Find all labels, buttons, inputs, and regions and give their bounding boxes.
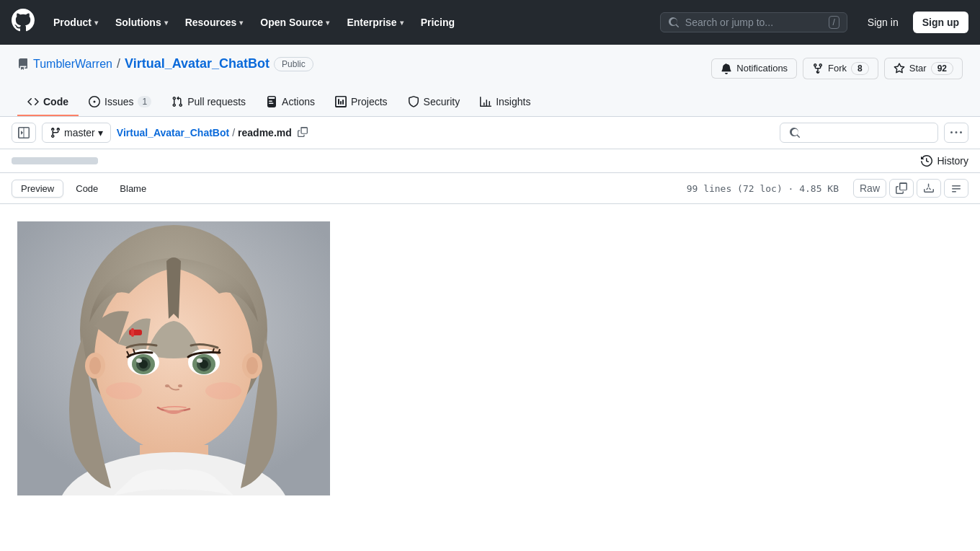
- tab-security[interactable]: Security: [398, 89, 471, 116]
- tab-code[interactable]: Code: [17, 89, 79, 116]
- svg-point-21: [197, 358, 202, 363]
- search-shortcut: /: [829, 16, 839, 29]
- solutions-chevron-icon: ▾: [164, 19, 168, 27]
- repo-tabs: Code Issues 1 Pull requests Actions Pr: [17, 89, 963, 116]
- preview-tab[interactable]: Preview: [12, 180, 63, 198]
- svg-point-10: [89, 357, 101, 374]
- code-tab[interactable]: Code: [66, 180, 107, 198]
- commit-info-loading: [12, 157, 98, 164]
- file-path-filename: readme.md: [238, 127, 292, 138]
- blame-tab[interactable]: Blame: [110, 180, 156, 198]
- star-button[interactable]: Star 92: [884, 58, 963, 79]
- svg-rect-7: [131, 328, 134, 337]
- more-options-button[interactable]: [944, 123, 968, 143]
- file-action-buttons: Raw: [853, 179, 968, 198]
- nav-product[interactable]: Product ▾: [46, 12, 105, 32]
- product-chevron-icon: ▾: [94, 19, 98, 27]
- download-icon: [923, 182, 935, 194]
- enterprise-chevron-icon: ▾: [400, 19, 404, 27]
- nav-pricing[interactable]: Pricing: [414, 12, 462, 32]
- svg-point-24: [106, 382, 142, 400]
- tab-insights-label: Insights: [496, 96, 530, 107]
- code-tab-icon: [27, 96, 39, 107]
- svg-rect-6: [129, 330, 142, 335]
- sidebar-toggle-button[interactable]: [12, 123, 36, 143]
- svg-point-22: [165, 384, 169, 387]
- file-path-repo[interactable]: Virtual_Avatar_ChatBot: [117, 127, 229, 138]
- notifications-button[interactable]: Notifications: [711, 58, 797, 79]
- projects-tab-icon: [335, 96, 347, 107]
- tab-insights[interactable]: Insights: [470, 89, 540, 116]
- nav-solutions[interactable]: Solutions ▾: [108, 12, 175, 32]
- copy-file-icon: [896, 182, 907, 194]
- search-bar[interactable]: Search or jump to... /: [660, 12, 847, 32]
- copy-path-button[interactable]: [295, 125, 311, 141]
- insights-tab-icon: [480, 96, 491, 107]
- repo-separator: /: [117, 56, 120, 71]
- actions-tab-icon: [266, 96, 277, 107]
- tab-actions[interactable]: Actions: [256, 89, 325, 116]
- tab-projects-label: Projects: [351, 96, 388, 107]
- nav-open-source[interactable]: Open Source ▾: [253, 12, 337, 32]
- file-view-tabs: Preview Code Blame 99 lines (72 loc) · 4…: [0, 173, 980, 204]
- github-logo[interactable]: [12, 9, 35, 36]
- copy-icon: [298, 127, 308, 137]
- svg-point-25: [205, 382, 241, 400]
- tab-pull-requests[interactable]: Pull requests: [161, 89, 256, 116]
- issues-tab-icon: [89, 96, 100, 107]
- goto-file[interactable]: [780, 123, 938, 143]
- fork-label: Fork: [828, 63, 847, 74]
- more-options-icon: [950, 127, 962, 138]
- branch-selector[interactable]: master ▾: [42, 123, 111, 143]
- branch-icon: [50, 127, 61, 138]
- tab-issues[interactable]: Issues 1: [79, 89, 161, 116]
- repo-owner[interactable]: TumblerWarren: [33, 58, 112, 71]
- nav-menu: Product ▾ Solutions ▾ Resources ▾ Open S…: [46, 12, 462, 32]
- file-view: Preview Code Blame 99 lines (72 loc) · 4…: [0, 173, 980, 513]
- sidebar-icon: [18, 127, 30, 138]
- fork-button[interactable]: Fork 8: [803, 58, 878, 79]
- nav-enterprise[interactable]: Enterprise ▾: [339, 12, 410, 32]
- repo-visibility-badge: Public: [274, 57, 313, 71]
- star-label: Star: [909, 63, 927, 74]
- tab-projects[interactable]: Projects: [325, 89, 398, 116]
- signin-button[interactable]: Sign in: [859, 12, 907, 33]
- repo-icon: [17, 58, 29, 70]
- repo-header-top: TumblerWarren / Virtual_Avatar_ChatBot P…: [17, 56, 963, 80]
- commit-bar: History: [0, 149, 980, 173]
- tab-actions-label: Actions: [282, 96, 315, 107]
- readme-image: [17, 221, 330, 495]
- fork-count: 8: [851, 62, 869, 75]
- auth-buttons: Sign in Sign up: [859, 12, 968, 33]
- history-icon: [921, 155, 932, 167]
- outline-icon: [950, 182, 962, 194]
- raw-button[interactable]: Raw: [853, 179, 886, 198]
- nav-resources[interactable]: Resources ▾: [178, 12, 251, 32]
- tab-issues-label: Issues: [104, 96, 133, 107]
- repo-header: TumblerWarren / Virtual_Avatar_ChatBot P…: [0, 45, 980, 117]
- outline-button[interactable]: [944, 179, 968, 198]
- history-button[interactable]: History: [921, 155, 968, 167]
- svg-point-23: [178, 384, 182, 387]
- download-file-button[interactable]: [917, 179, 941, 198]
- repo-name[interactable]: Virtual_Avatar_ChatBot: [125, 56, 270, 71]
- tab-code-label: Code: [43, 96, 68, 107]
- history-label: History: [937, 155, 968, 167]
- notifications-label: Notifications: [736, 63, 788, 74]
- search-placeholder: Search or jump to...: [685, 17, 823, 28]
- pull-requests-tab-icon: [172, 96, 183, 107]
- resources-chevron-icon: ▾: [239, 19, 243, 27]
- file-toolbar: master ▾ Virtual_Avatar_ChatBot / readme…: [0, 117, 980, 149]
- repo-actions: Notifications Fork 8 Star 92: [711, 58, 963, 79]
- tab-pullrequests-label: Pull requests: [187, 96, 246, 107]
- branch-name: master: [64, 127, 95, 138]
- bell-icon: [721, 63, 732, 74]
- goto-file-search-icon: [789, 127, 801, 138]
- copy-file-button[interactable]: [889, 179, 914, 198]
- signup-button[interactable]: Sign up: [913, 12, 968, 33]
- svg-point-11: [246, 357, 258, 374]
- tab-security-label: Security: [424, 96, 460, 107]
- star-count: 92: [931, 62, 953, 75]
- file-path-slash: /: [232, 127, 235, 138]
- repo-breadcrumb: TumblerWarren / Virtual_Avatar_ChatBot P…: [17, 56, 313, 71]
